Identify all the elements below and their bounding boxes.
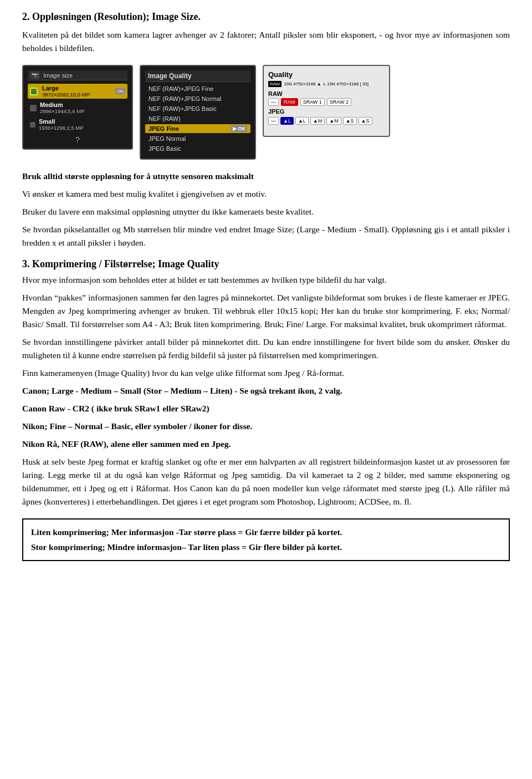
canon-line: Canon; Large - Medium – Small (Stor – Me… (22, 384, 510, 398)
size-detail-large: 3872×2592;10,0 MP (42, 91, 90, 98)
image-size-title-icon: 📷 (30, 72, 40, 79)
jpeg-item-s2: ▲S (359, 117, 372, 125)
size-label-small: Small (39, 118, 84, 125)
jpeg-item-s1: ▲S (343, 117, 357, 125)
size-row-small: Small 1936×1296;2,5 MP (28, 117, 127, 132)
camera-screens-row: 📷 Image size Large 3872×2592;10,0 MP OK … (22, 65, 510, 160)
section3-para1: Hvor mye informasjon som beholdes etter … (22, 273, 510, 287)
quality-topbar: RAW 15N 4752×3168 ▲ L 15N 4752×3168 [ 33… (268, 81, 385, 87)
quality-row-nef-normal: NEF (RAW)+JPEG Normal (145, 94, 250, 103)
section-heading: 2. Oppløsningen (Resolution); Image Size… (22, 11, 510, 23)
nikon-line: Nikon; Fine – Normal – Basic, eller symb… (22, 420, 510, 433)
nikon-raw-line: Nikon Rå, NEF (RAW), alene eller sammen … (22, 437, 510, 451)
size-detail-medium: 2896×1944;5,6 MP (40, 108, 85, 114)
canon-raw-line: Canon Raw - CR2 ( ikke bruk SRaw1 eller … (22, 402, 510, 415)
raw-item-sraw1: SRAW 1 (300, 98, 325, 106)
jpeg-row-items: — ▲L ▲L ▲M ▲M ▲S ▲S (268, 117, 385, 125)
quality-row-nef: NEF (RAW) (145, 114, 250, 123)
bottom-line1: Liten komprimering; Mer informasjon -Tar… (31, 525, 501, 539)
help-icon: ? (28, 135, 127, 144)
quality-screen: Quality RAW 15N 4752×3168 ▲ L 15N 4752×3… (263, 65, 390, 137)
para2: Se hvordan pikselantallet og Mb størrels… (22, 223, 510, 250)
section3-para4: Finn kameramenyen (Image Quality) hvor d… (22, 366, 510, 380)
caption2: Vi ønsker et kamera med best mulig kvali… (22, 187, 510, 201)
ok-badge-large: OK (115, 88, 125, 94)
side-icons-large (30, 88, 38, 95)
quality-row-jpeg-basic: JPEG Basic (145, 144, 250, 153)
quality-row-nef-fine: NEF (RAW)+JPEG Fine (145, 84, 250, 93)
jpeg-item-m1: ▲M (310, 117, 325, 125)
husk-line: Husk at selv beste Jpeg format er krafti… (22, 455, 510, 508)
quality-row-jpeg-normal: JPEG Normal (145, 134, 250, 143)
raw-item-dash: — (268, 98, 279, 106)
para1: Bruker du lavere enn maksimal oppløsning… (22, 205, 510, 218)
raw-section-label: RAW (268, 90, 385, 97)
raw-topbar-badge: RAW (268, 81, 282, 87)
jpeg-item-dash: — (268, 117, 279, 125)
section3-para2: Hvordan “pakkes” informasjonen sammen fø… (22, 291, 510, 331)
size-label-large: Large (42, 85, 90, 91)
caption-bold: Bruk alltid største oppløsning for å utn… (22, 170, 510, 183)
raw-item-sraw2: SRAW 2 (327, 98, 351, 106)
image-size-title: Image size (43, 72, 73, 79)
image-size-screen: 📷 Image size Large 3872×2592;10,0 MP OK … (22, 65, 133, 150)
section3-heading: 3. Komprimering / Filstørrelse; Image Qu… (22, 258, 510, 270)
raw-item-raw: RAW (281, 98, 298, 106)
jpeg-item-l1: ▲L (280, 117, 294, 125)
intro-paragraph: Kvaliteten på det bildet som kamera lagr… (22, 28, 510, 55)
jpeg-item-l2: ▲L (295, 117, 309, 125)
quality-row-nef-basic: NEF (RAW)+JPEG Basic (145, 104, 250, 113)
size-label-medium: Medium (40, 101, 85, 108)
quality-screen-title: Quality (268, 70, 385, 79)
size-row-medium: Medium 2896×1944;5,6 MP (28, 100, 127, 115)
bottom-box: Liten komprimering; Mer informasjon -Tar… (22, 518, 510, 561)
ok-label-jpeg-fine: ▶ OK (231, 125, 247, 132)
section3-para3: Se hvordan innstillingene påvirker antal… (22, 335, 510, 362)
image-quality-screen: Image Quality NEF (RAW)+JPEG Fine NEF (R… (140, 65, 256, 160)
jpeg-item-m2: ▲M (326, 117, 341, 125)
bottom-line2: Stor komprimering; Mindre informasjon– T… (31, 540, 501, 554)
image-quality-title: Image Quality (145, 70, 250, 82)
size-row-large: Large 3872×2592;10,0 MP OK (28, 84, 127, 99)
jpeg-section-label: JPEG (268, 108, 385, 115)
raw-row-items: — RAW SRAW 1 SRAW 2 (268, 98, 385, 106)
size-detail-small: 1936×1296;2,5 MP (39, 125, 84, 131)
quality-row-jpeg-fine: JPEG Fine ▶ OK (145, 124, 250, 133)
